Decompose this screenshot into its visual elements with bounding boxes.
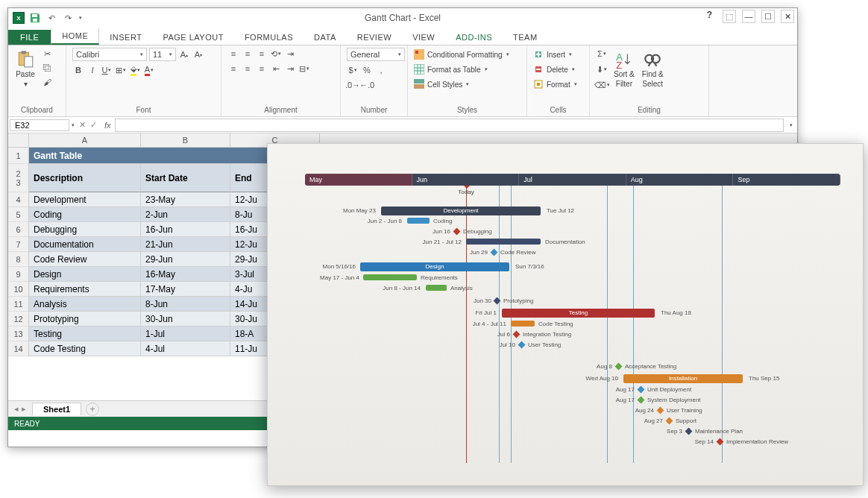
cell[interactable]: Development (29, 192, 141, 207)
font-family-select[interactable]: Calibri▾ (72, 48, 147, 61)
align-bottom-icon[interactable]: ≡ (256, 48, 268, 60)
cell[interactable]: Requirements (29, 282, 141, 297)
align-middle-icon[interactable]: ≡ (242, 48, 254, 60)
sheet-prev-icon[interactable]: ◂ (14, 404, 19, 414)
cell[interactable]: 8-Jun (141, 297, 230, 312)
header-start-date[interactable]: Start Date (141, 164, 230, 192)
autosum-icon[interactable]: Σ▾ (596, 48, 608, 60)
fill-icon[interactable]: ⬇▾ (596, 63, 608, 75)
conditional-formatting-button[interactable]: Conditional Formatting▾ (414, 48, 509, 61)
delete-cells-button[interactable]: Delete▾ (533, 63, 575, 76)
fill-color-button[interactable]: ⬙▾ (129, 64, 141, 76)
copy-icon[interactable]: ⿻ (41, 62, 53, 74)
cell[interactable]: Code Testing (29, 341, 141, 356)
shrink-font-icon[interactable]: A▾ (192, 48, 204, 60)
tab-view[interactable]: VIEW (402, 30, 445, 45)
format-cells-button[interactable]: Format▾ (533, 78, 577, 91)
tab-data[interactable]: DATA (304, 30, 347, 45)
header-description[interactable]: Description (29, 164, 141, 192)
align-right-icon[interactable]: ≡ (256, 63, 268, 75)
percent-format-icon[interactable]: % (361, 64, 373, 76)
row-header[interactable]: 1 (8, 148, 28, 164)
cell[interactable]: Prototyping (29, 312, 141, 327)
undo-icon[interactable]: ↶ (45, 12, 57, 24)
border-button[interactable]: ⊞▾ (115, 64, 127, 76)
cut-icon[interactable]: ✂ (41, 48, 53, 60)
cell[interactable]: 16-Jun (141, 222, 230, 237)
number-format-select[interactable]: General▾ (347, 48, 405, 61)
clear-icon[interactable]: ⌫▾ (596, 79, 608, 91)
row-header[interactable]: 6 (8, 222, 28, 237)
decrease-indent-icon[interactable]: ⇤ (270, 63, 282, 75)
orientation-icon[interactable]: ⟲▾ (270, 48, 282, 60)
redo-icon[interactable]: ↷ (62, 12, 74, 24)
tab-page-layout[interactable]: PAGE LAYOUT (152, 30, 234, 45)
qat-customize-icon[interactable]: ▾ (79, 15, 82, 21)
tab-file[interactable]: FILE (8, 30, 51, 45)
cell[interactable]: Debugging (29, 222, 141, 237)
cell[interactable]: Coding (29, 207, 141, 222)
cell[interactable]: Documentation (29, 237, 141, 252)
row-header[interactable]: 23 (8, 164, 28, 192)
row-header[interactable]: 14 (8, 341, 28, 356)
tab-add-ins[interactable]: ADD-INS (445, 30, 503, 45)
decrease-decimal-icon[interactable]: ←.0 (361, 79, 373, 91)
cell[interactable]: 21-Jun (141, 237, 230, 252)
accounting-format-icon[interactable]: $▾ (347, 64, 359, 76)
align-left-icon[interactable]: ≡ (227, 63, 239, 75)
cell[interactable]: 4-Jul (141, 341, 230, 356)
row-header[interactable]: 11 (8, 297, 28, 312)
sheet-tab-sheet1[interactable]: Sheet1 (32, 403, 81, 415)
find-select-button[interactable]: Find & Select (641, 48, 665, 89)
wrap-text-icon[interactable]: ⇥ (284, 48, 296, 60)
paste-button[interactable]: Paste ▾ (14, 48, 37, 89)
tab-insert[interactable]: INSERT (99, 30, 152, 45)
cancel-formula-icon[interactable]: ✕ (79, 120, 86, 130)
ribbon-display-icon[interactable]: ⬚ (723, 10, 736, 23)
bold-button[interactable]: B (72, 64, 84, 76)
comma-format-icon[interactable]: , (375, 64, 387, 76)
sort-filter-button[interactable]: AZ Sort & Filter (612, 48, 636, 89)
increase-indent-icon[interactable]: ⇥ (284, 63, 296, 75)
cell[interactable]: 16-May (141, 267, 230, 282)
enter-formula-icon[interactable]: ✓ (90, 120, 97, 130)
align-top-icon[interactable]: ≡ (227, 48, 239, 60)
underline-button[interactable]: U▾ (101, 64, 113, 76)
cell[interactable]: Analysis (29, 297, 141, 312)
cell[interactable]: 23-May (141, 192, 230, 207)
cell-styles-button[interactable]: Cell Styles▾ (414, 78, 469, 91)
tab-formulas[interactable]: FORMULAS (234, 30, 304, 45)
add-sheet-button[interactable]: + (86, 403, 99, 416)
row-header[interactable]: 13 (8, 327, 28, 341)
cell[interactable]: 29-Jun (141, 252, 230, 267)
col-header-a[interactable]: A (29, 133, 141, 147)
row-header[interactable]: 7 (8, 237, 28, 252)
merge-center-icon[interactable]: ⊟▾ (298, 63, 310, 75)
insert-cells-button[interactable]: Insert▾ (533, 48, 572, 61)
cell[interactable]: 1-Jul (141, 327, 230, 341)
close-icon[interactable]: ✕ (781, 10, 794, 23)
row-header[interactable]: 4 (8, 192, 28, 207)
italic-button[interactable]: I (87, 64, 98, 76)
cell[interactable]: Testing (29, 327, 141, 341)
select-all-cell[interactable] (8, 133, 29, 147)
cell[interactable]: 17-May (141, 282, 230, 297)
row-header[interactable]: 10 (8, 282, 28, 297)
row-header[interactable]: 9 (8, 267, 28, 282)
increase-decimal-icon[interactable]: .0→ (347, 79, 359, 91)
align-center-icon[interactable]: ≡ (242, 63, 254, 75)
tab-home[interactable]: HOME (51, 28, 99, 45)
col-header-b[interactable]: B (141, 133, 230, 147)
sheet-next-icon[interactable]: ▸ (22, 404, 26, 414)
font-size-select[interactable]: 11▾ (149, 48, 176, 61)
font-color-button[interactable]: A▾ (143, 64, 155, 76)
save-icon[interactable] (29, 12, 41, 24)
format-painter-icon[interactable]: 🖌 (41, 76, 53, 88)
maximize-icon[interactable]: ☐ (761, 10, 775, 23)
format-as-table-button[interactable]: Format as Table▾ (414, 63, 488, 76)
minimize-icon[interactable]: — (742, 10, 755, 23)
formula-input[interactable] (115, 119, 784, 132)
cell[interactable]: Design (29, 267, 141, 282)
row-header[interactable]: 5 (8, 207, 28, 222)
grow-font-icon[interactable]: A▴ (178, 48, 190, 60)
